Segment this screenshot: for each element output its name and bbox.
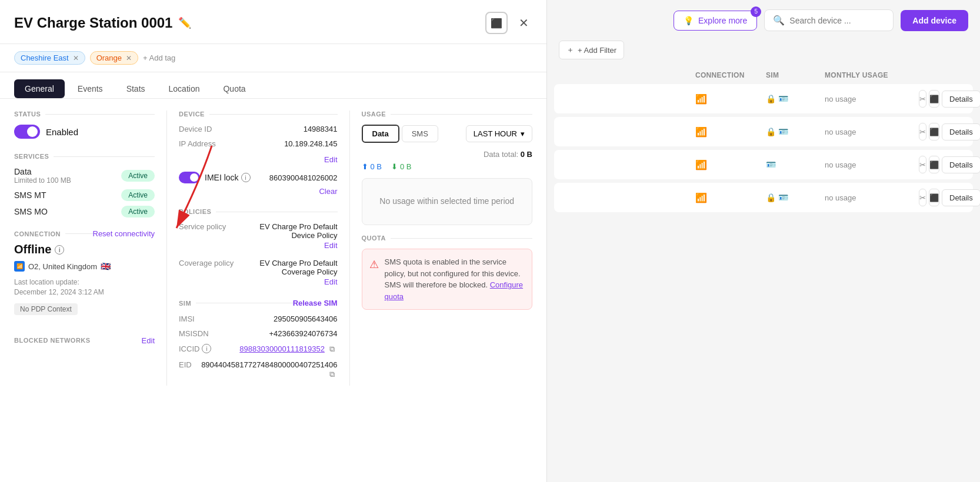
data-total: Data total: 0 B bbox=[362, 150, 533, 159]
toggle-row: Enabled bbox=[14, 125, 155, 139]
iccid-info-icon[interactable]: i bbox=[202, 344, 211, 353]
last-location-label: Last location update: bbox=[14, 278, 79, 286]
imei-lock-row: IMEI lock i 8603900481026002 bbox=[179, 172, 338, 183]
add-tag-button[interactable]: + Add tag bbox=[143, 53, 175, 62]
device-section: Device Device ID 14988341 IP Address 10.… bbox=[179, 111, 338, 196]
tag-cheshire-label: Cheshire East bbox=[21, 53, 69, 62]
details-button-2[interactable]: Details bbox=[942, 123, 980, 140]
scissors-button-3[interactable]: ✂ bbox=[919, 156, 926, 173]
carrier-icon: 📶 bbox=[14, 261, 25, 272]
explore-label: Explore more bbox=[698, 16, 747, 25]
iccid-copy-icon[interactable]: ⧉ bbox=[327, 344, 338, 354]
sim-section: SIM Release SIM IMSI 295050905643406 MSI… bbox=[179, 299, 338, 380]
details-button-3[interactable]: Details bbox=[942, 156, 980, 173]
reset-connectivity-button[interactable]: Reset connectivity bbox=[93, 229, 155, 238]
tab-general[interactable]: General bbox=[14, 79, 65, 98]
modal-body: Status Enabled SERVICES Data Limited to … bbox=[0, 99, 546, 397]
service-data-info: Data Limited to 100 MB bbox=[14, 167, 71, 185]
search-input[interactable] bbox=[789, 16, 885, 25]
tab-stats[interactable]: Stats bbox=[116, 79, 156, 98]
add-device-button[interactable]: Add device bbox=[901, 10, 968, 31]
no-pdp-badge: No PDP Context bbox=[14, 303, 78, 315]
blocked-networks-edit-button[interactable]: Edit bbox=[142, 336, 155, 345]
quota-section: QUOTA ⚠ SMS quota is enabled in the serv… bbox=[362, 235, 533, 310]
service-policy-row: Service policy EV Charge Pro Default Dev… bbox=[179, 222, 338, 250]
carrier-name: O2, United Kingdom bbox=[28, 262, 97, 271]
explore-more-button[interactable]: 💡 Explore more 5 bbox=[674, 11, 757, 31]
doc-icon: 🪪 bbox=[766, 160, 776, 169]
coverage-policy-edit-button[interactable]: Edit bbox=[324, 277, 337, 286]
upload-value: ⬆ 0 B bbox=[362, 162, 382, 171]
signal-icon-red: 📶 bbox=[695, 93, 707, 105]
connection-cell-4: 📶 bbox=[695, 192, 766, 203]
device-edit-button[interactable]: Edit bbox=[324, 155, 337, 164]
imei-clear-button[interactable]: Clear bbox=[319, 187, 337, 196]
blocked-networks-section: BLOCKED NETWORKS Edit bbox=[14, 336, 155, 345]
title-text: EV Charge Station 0001 bbox=[14, 15, 172, 31]
service-policy-value: EV Charge Pro Default Device Policy bbox=[244, 222, 338, 240]
scissors-button-4[interactable]: ✂ bbox=[919, 189, 926, 206]
last-location-date: December 12, 2024 3:12 AM bbox=[14, 288, 104, 296]
upload-arrow-icon: ⬆ bbox=[362, 162, 368, 171]
connection-cell-1: 📶 bbox=[695, 93, 766, 105]
iccid-value: 89883030000111819352 ⧉ bbox=[239, 344, 337, 354]
warning-icon: ⚠ bbox=[369, 257, 379, 302]
title-edit-icon[interactable]: ✏️ bbox=[178, 16, 191, 29]
message-button[interactable]: ⬛ bbox=[485, 12, 508, 34]
modal-header: EV Charge Station 0001 ✏️ ⬛ ✕ bbox=[0, 0, 546, 44]
imei-info-icon[interactable]: i bbox=[241, 173, 251, 182]
service-smsmo-row: SMS MO Active bbox=[14, 206, 155, 217]
tag-cheshire-remove[interactable]: ✕ bbox=[73, 54, 79, 62]
carrier-row: 📶 O2, United Kingdom 🇬🇧 bbox=[14, 261, 155, 272]
message-button-4[interactable]: ⬛ bbox=[929, 189, 939, 206]
quota-warning-text: SMS quota is enabled in the service poli… bbox=[385, 256, 525, 302]
iccid-row: ICCID i 89883030000111819352 ⧉ bbox=[179, 344, 338, 354]
close-button[interactable]: ✕ bbox=[515, 14, 532, 32]
release-sim-button[interactable]: Release SIM bbox=[293, 299, 338, 307]
imsi-value: 295050905643406 bbox=[274, 314, 337, 323]
usage-tabs: Data SMS LAST HOUR ▾ bbox=[362, 125, 533, 143]
data-arrows: ⬆ 0 B ⬇ 0 B bbox=[362, 162, 533, 171]
policies-section: POLICIES Service policy EV Charge Pro De… bbox=[179, 208, 338, 287]
table-row: 📶 🔒 🪪 no usage ✂ ⬛ Details bbox=[554, 84, 973, 113]
details-button-4[interactable]: Details bbox=[942, 189, 980, 206]
imei-lock-toggle[interactable] bbox=[179, 172, 200, 183]
service-data-badge: Active bbox=[121, 170, 155, 182]
row-actions-2: ✂ ⬛ Details bbox=[919, 123, 966, 140]
time-selector[interactable]: LAST HOUR ▾ bbox=[466, 125, 532, 142]
scissors-button-1[interactable]: ✂ bbox=[919, 90, 926, 108]
device-list-header: 💡 Explore more 5 🔍 Add device bbox=[547, 0, 980, 41]
message-button-3[interactable]: ⬛ bbox=[929, 156, 939, 173]
tab-location[interactable]: Location bbox=[158, 79, 211, 98]
connection-header: CONNECTION Reset connectivity bbox=[14, 229, 155, 238]
status-label: Enabled bbox=[46, 127, 78, 137]
policies-title: POLICIES bbox=[179, 208, 338, 215]
usage-tab-sms[interactable]: SMS bbox=[402, 125, 438, 142]
right-column: Usage Data SMS LAST HOUR ▾ Data total: 0… bbox=[350, 111, 533, 386]
message-button-1[interactable]: ⬛ bbox=[929, 90, 939, 108]
explore-badge: 5 bbox=[751, 6, 761, 17]
filter-row: ＋ + Add Filter bbox=[547, 41, 980, 66]
tag-orange: Orange ✕ bbox=[90, 51, 138, 65]
msisdn-row: MSISDN +423663924076734 bbox=[179, 329, 338, 338]
scissors-button-2[interactable]: ✂ bbox=[919, 123, 926, 140]
quota-warning: ⚠ SMS quota is enabled in the service po… bbox=[362, 249, 533, 310]
message-button-2[interactable]: ⬛ bbox=[929, 123, 939, 140]
status-toggle[interactable] bbox=[14, 125, 40, 139]
service-policy-edit-button[interactable]: Edit bbox=[324, 241, 337, 250]
tab-quota[interactable]: Quota bbox=[212, 79, 256, 98]
table-row: 📶 🔒 🪪 no usage ✂ ⬛ Details bbox=[554, 183, 973, 212]
service-data-name: Data bbox=[14, 167, 71, 176]
eid-value: 89044045817727484800000407251406 ⧉ bbox=[192, 360, 338, 380]
connection-section: CONNECTION Reset connectivity Offline i … bbox=[14, 229, 155, 324]
msisdn-value: +423663924076734 bbox=[269, 329, 337, 338]
tag-cheshire-east: Cheshire East ✕ bbox=[14, 51, 85, 65]
eid-copy-icon[interactable]: ⧉ bbox=[327, 369, 338, 380]
offline-info-icon[interactable]: i bbox=[55, 245, 64, 255]
details-button-1[interactable]: Details bbox=[942, 91, 980, 108]
add-filter-button[interactable]: ＋ + Add Filter bbox=[559, 41, 624, 59]
tab-events[interactable]: Events bbox=[67, 79, 114, 98]
usage-tab-data[interactable]: Data bbox=[362, 125, 399, 143]
tag-orange-remove[interactable]: ✕ bbox=[126, 54, 132, 62]
lock-icon: 🔒 bbox=[766, 193, 776, 202]
